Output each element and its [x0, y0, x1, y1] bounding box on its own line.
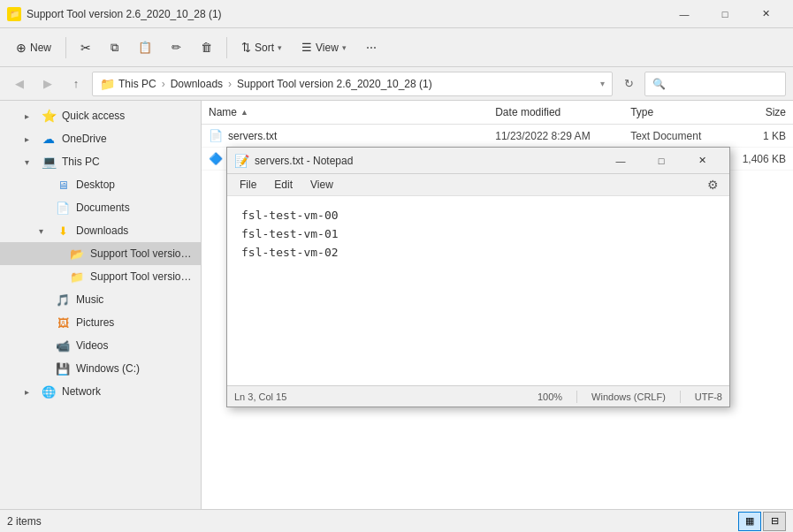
main-layout: ▸ ⭐ Quick access ▸ ☁ OneDrive ▾ 💻 This P…	[0, 101, 793, 509]
file-name-label-servers: servers.txt	[228, 130, 277, 142]
sidebar-label-quick-access: Quick access	[62, 110, 125, 122]
file-list: Name ▲ Date modified Type Size 📄 servers…	[202, 101, 793, 509]
table-row[interactable]: 📄 servers.txt 11/23/2022 8:29 AM Text Do…	[202, 125, 793, 148]
close-button[interactable]: ✕	[745, 0, 786, 28]
rename-icon: ✏	[172, 41, 181, 54]
sort-button[interactable]: ⇅ Sort ▾	[233, 34, 291, 62]
sidebar-label-this-pc: This PC	[62, 156, 100, 168]
sidebar-item-quick-access[interactable]: ▸ ⭐ Quick access	[0, 104, 201, 127]
file-icon-exe: 🔷	[209, 152, 223, 165]
sidebar-item-downloads[interactable]: ▾ ⬇ Downloads	[0, 219, 201, 242]
network-icon: 🌐	[41, 384, 57, 399]
toolbar-divider-1	[65, 37, 66, 58]
this-pc-icon: 💻	[41, 154, 57, 170]
downloads-icon: ⬇	[55, 223, 71, 239]
minimize-button[interactable]: —	[664, 0, 705, 28]
view-button[interactable]: ☰ View ▾	[293, 34, 355, 62]
rename-button[interactable]: ✏	[163, 34, 190, 62]
sidebar-item-music[interactable]: ▸ 🎵 Music	[0, 288, 201, 311]
view-details-button[interactable]: ▦	[738, 512, 761, 531]
cut-icon: ✂	[80, 41, 91, 55]
refresh-button[interactable]: ↻	[616, 72, 641, 96]
sort-arrow: ▲	[240, 108, 248, 117]
copy-icon: ⧉	[111, 41, 118, 55]
sidebar-item-support-tool-2[interactable]: ▸ 📁 Support Tool version 2.6_202	[0, 265, 201, 288]
new-label: New	[30, 42, 51, 54]
toolbar: ⊕ New ✂ ⧉ 📋 ✏ 🗑 ⇅ Sort ▾ ☰ View ▾ ⋯	[0, 28, 793, 67]
sidebar-item-network[interactable]: ▸ 🌐 Network	[0, 380, 201, 403]
pictures-icon: 🖼	[55, 315, 71, 331]
search-input[interactable]	[652, 78, 778, 90]
col-header-name[interactable]: Name ▲	[202, 101, 488, 124]
address-bar: ◀ ▶ ↑ 📁 This PC › Downloads › Support To…	[0, 67, 793, 101]
cut-button[interactable]: ✂	[72, 34, 100, 62]
address-input[interactable]: 📁 This PC › Downloads › Support Tool ver…	[92, 72, 613, 96]
notepad-close-button[interactable]: ✕	[682, 148, 722, 174]
sidebar-item-onedrive[interactable]: ▸ ☁ OneDrive	[0, 127, 201, 150]
delete-icon: 🗑	[201, 41, 212, 54]
address-downloads: Downloads	[171, 78, 223, 90]
sidebar-item-pictures[interactable]: ▸ 🖼 Pictures	[0, 311, 201, 334]
folder-icon: 📁	[7, 7, 21, 21]
notepad-encoding: UTF-8	[695, 391, 722, 402]
notepad-status-bar: Ln 3, Col 15 100% Windows (CRLF) UTF-8	[227, 385, 729, 407]
search-box[interactable]	[644, 72, 786, 96]
notepad-menu-view[interactable]: View	[301, 175, 342, 194]
notepad-zoom: 100%	[538, 391, 562, 402]
address-chevron-2: ›	[228, 78, 232, 90]
notepad-minimize-button[interactable]: —	[600, 148, 641, 174]
paste-button[interactable]: 📋	[129, 34, 161, 62]
notepad-menu-file[interactable]: File	[231, 175, 265, 194]
file-date-servers: 11/23/2022 8:29 AM	[488, 130, 623, 142]
expand-downloads: ▾	[32, 222, 50, 239]
notepad-title-left: 📝 servers.txt - Notepad	[234, 154, 353, 168]
notepad-window-controls: — □ ✕	[600, 148, 722, 174]
col-header-date[interactable]: Date modified	[488, 101, 623, 124]
up-button[interactable]: ↑	[64, 72, 88, 96]
sort-label: Sort	[255, 42, 274, 54]
notepad-status-divider-2	[680, 391, 681, 403]
file-icon-txt: 📄	[209, 129, 223, 142]
view-icon: ☰	[301, 41, 312, 54]
support-tool-2-icon: 📁	[69, 269, 85, 285]
copy-button[interactable]: ⧉	[102, 34, 127, 62]
sidebar-label-videos: Videos	[76, 339, 108, 352]
paste-icon: 📋	[138, 41, 152, 54]
address-folder-icon: 📁	[100, 77, 115, 91]
sidebar-item-documents[interactable]: ▸ 📄 Documents	[0, 196, 201, 219]
notepad-line-ending: Windows (CRLF)	[591, 391, 666, 402]
sort-chevron: ▾	[278, 43, 282, 52]
notepad-content[interactable]: fsl-test-vm-00 fsl-test-vm-01 fsl-test-v…	[227, 196, 729, 385]
window-controls: — □ ✕	[664, 0, 786, 28]
sidebar-label-music: Music	[76, 293, 103, 306]
sidebar-item-windows-c[interactable]: ▸ 💾 Windows (C:)	[0, 357, 201, 380]
address-chevron-1: ›	[162, 78, 165, 90]
back-button[interactable]: ◀	[7, 72, 32, 96]
sidebar-label-windows-c: Windows (C:)	[76, 362, 140, 375]
col-header-type[interactable]: Type	[623, 101, 725, 124]
forward-button[interactable]: ▶	[35, 72, 60, 96]
more-button[interactable]: ⋯	[357, 34, 385, 62]
expand-quick-access: ▸	[18, 107, 35, 125]
sidebar-item-this-pc[interactable]: ▾ 💻 This PC	[0, 150, 201, 173]
col-header-size[interactable]: Size	[725, 101, 793, 124]
view-label: View	[316, 42, 339, 54]
delete-button[interactable]: 🗑	[192, 34, 221, 62]
notepad-maximize-button[interactable]: □	[641, 148, 682, 174]
sidebar-label-documents: Documents	[76, 201, 130, 214]
expand-this-pc: ▾	[18, 153, 35, 171]
view-toggle-buttons: ▦ ⊟	[738, 512, 786, 531]
sidebar-item-support-tool-1[interactable]: ▸ 📂 Support Tool version 2.6_202	[0, 242, 201, 265]
notepad-title-bar: 📝 servers.txt - Notepad — □ ✕	[227, 148, 729, 174]
notepad-window: 📝 servers.txt - Notepad — □ ✕ File Edit …	[226, 147, 730, 407]
sidebar-item-desktop[interactable]: ▸ 🖥 Desktop	[0, 173, 201, 196]
new-button[interactable]: ⊕ New	[7, 34, 60, 62]
view-tiles-button[interactable]: ⊟	[763, 512, 786, 531]
notepad-settings-button[interactable]: ⚙	[700, 174, 726, 195]
maximize-button[interactable]: □	[705, 0, 745, 28]
notepad-status-divider-1	[576, 391, 577, 403]
title-bar-left: 📁 Support Tool version 2.6_2020_10_28 (1…	[7, 7, 222, 21]
sidebar-item-videos[interactable]: ▸ 📹 Videos	[0, 334, 201, 357]
file-list-header: Name ▲ Date modified Type Size	[202, 101, 793, 125]
notepad-menu-edit[interactable]: Edit	[265, 175, 301, 194]
